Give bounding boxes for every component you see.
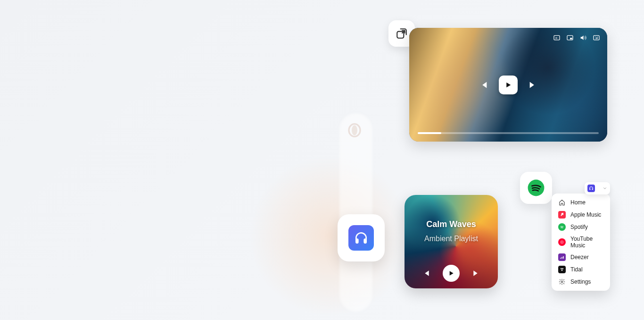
- album-next-button[interactable]: [472, 269, 481, 278]
- svg-point-1: [352, 125, 357, 135]
- album-title: Calm Waves: [405, 219, 498, 229]
- popover-item-spotify[interactable]: Spotify: [552, 221, 610, 233]
- previous-button[interactable]: [478, 80, 488, 90]
- popout-icon: [396, 27, 408, 40]
- volume-icon[interactable]: [579, 34, 587, 42]
- popover-item-tidal[interactable]: Tidal: [552, 263, 610, 276]
- popover-item-label: Settings: [570, 278, 591, 285]
- svg-rect-2: [355, 238, 359, 244]
- music-app-mini-icon: [587, 185, 595, 192]
- blurred-sidebar: [339, 113, 372, 312]
- tidal-icon: [558, 266, 566, 273]
- music-source-popover: Home Apple Music Spotify YouTube Music D…: [552, 194, 610, 291]
- subtitle-icon[interactable]: [553, 34, 561, 42]
- chevron-down-icon: [603, 186, 607, 191]
- popover-item-deezer[interactable]: Deezer: [552, 251, 610, 263]
- album-player[interactable]: Calm Waves Ambient Playlist: [405, 195, 498, 288]
- svg-rect-3: [363, 238, 367, 244]
- popover-item-label: Home: [570, 199, 586, 206]
- popover-item-youtube-music[interactable]: YouTube Music: [552, 233, 610, 251]
- video-progress-bar[interactable]: [418, 132, 599, 134]
- svg-rect-5: [554, 35, 560, 40]
- video-progress-fill: [418, 132, 441, 134]
- expand-icon[interactable]: [592, 34, 601, 42]
- next-button[interactable]: [528, 80, 538, 90]
- svg-rect-13: [560, 258, 561, 259]
- svg-rect-11: [592, 188, 593, 190]
- video-top-controls: [553, 34, 601, 42]
- deezer-icon: [558, 253, 566, 261]
- popover-item-home[interactable]: Home: [552, 196, 610, 209]
- popover-item-label: Deezer: [570, 254, 589, 261]
- youtube-music-icon: [558, 238, 566, 246]
- pip-icon[interactable]: [566, 34, 574, 42]
- spotify-mini-icon: [558, 223, 566, 231]
- home-icon: [558, 199, 566, 206]
- spotify-tile[interactable]: [520, 172, 552, 204]
- album-previous-button[interactable]: [421, 269, 430, 278]
- headphones-icon: [354, 230, 369, 245]
- svg-rect-10: [589, 188, 590, 190]
- play-button[interactable]: [499, 76, 518, 94]
- video-player[interactable]: [409, 28, 607, 142]
- popover-item-label: YouTube Music: [570, 236, 603, 249]
- album-play-button[interactable]: [443, 265, 460, 282]
- album-playback-controls: [405, 265, 498, 282]
- popover-item-label: Tidal: [570, 266, 583, 273]
- svg-rect-7: [570, 38, 572, 39]
- music-app-tile[interactable]: [338, 214, 385, 261]
- popover-item-apple-music[interactable]: Apple Music: [552, 209, 610, 221]
- svg-rect-14: [561, 257, 562, 259]
- popover-item-label: Spotify: [570, 224, 588, 230]
- spotify-icon: [527, 179, 545, 197]
- popover-item-label: Apple Music: [570, 211, 601, 218]
- background-glow: [236, 142, 424, 320]
- popover-trigger[interactable]: [585, 182, 610, 194]
- settings-icon: [558, 278, 566, 286]
- svg-rect-15: [563, 256, 564, 259]
- video-playback-controls: [478, 76, 538, 94]
- apple-music-icon: [558, 211, 566, 219]
- svg-point-16: [561, 281, 563, 283]
- opera-icon: [344, 120, 365, 141]
- music-app-inner: [348, 225, 374, 251]
- album-subtitle: Ambient Playlist: [405, 235, 498, 243]
- popover-item-settings[interactable]: Settings: [552, 276, 610, 288]
